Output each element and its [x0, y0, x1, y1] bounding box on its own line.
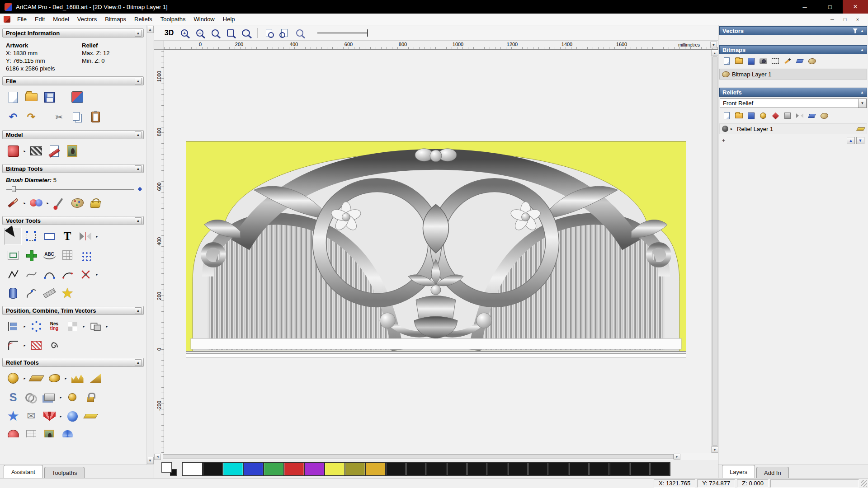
cross-hatch-icon[interactable] — [28, 337, 45, 354]
colour-picker-icon[interactable] — [51, 194, 68, 211]
flyout-arrow-icon[interactable]: ▸ — [95, 272, 99, 277]
redo-icon[interactable]: ↷ — [23, 108, 40, 126]
bitmap-layer-row[interactable]: Bitmap Layer 1 — [719, 69, 867, 80]
relief-mirror-icon[interactable] — [794, 111, 805, 121]
menu-model[interactable]: Model — [49, 14, 73, 25]
flyout-arrow-icon[interactable]: ▸ — [23, 201, 27, 205]
collapse-icon[interactable]: ▲ — [860, 90, 864, 94]
weld-vectors-icon[interactable] — [87, 318, 104, 335]
collapse-icon[interactable]: ▲ — [135, 359, 142, 366]
flyout-arrow-icon[interactable]: ▸ — [23, 343, 27, 347]
scroll-right-icon[interactable]: ► — [674, 454, 680, 460]
mdi-restore-button[interactable]: □ — [841, 17, 849, 22]
tab-assistant[interactable]: Assistant — [4, 465, 43, 478]
palette-swatch-8[interactable] — [345, 462, 365, 476]
ruler-options-icon[interactable]: ▼ — [710, 42, 717, 48]
copy-icon[interactable] — [69, 108, 86, 126]
flyout-arrow-icon[interactable]: ▸ — [23, 324, 27, 328]
relief-gold-tool-icon[interactable] — [758, 111, 769, 121]
weave-wizard-icon[interactable] — [23, 389, 40, 406]
slider-thumb[interactable] — [12, 186, 16, 192]
palette-swatch-20[interactable] — [589, 462, 609, 476]
sweep-profile-icon[interactable]: S — [5, 389, 22, 406]
flyout-arrow-icon[interactable]: ▸ — [23, 149, 27, 153]
snap-grid-icon[interactable] — [59, 247, 76, 264]
flyout-arrow-icon[interactable]: ▸ — [105, 324, 109, 328]
palette-swatch-13[interactable] — [447, 462, 467, 476]
palette-swatch-1[interactable] — [203, 462, 223, 476]
bitmaps-panel-header[interactable]: Bitmaps ▲ — [719, 45, 867, 54]
palette-swatch-21[interactable] — [609, 462, 630, 476]
relief-eraser-icon[interactable] — [807, 111, 817, 121]
relief-shape-icon[interactable] — [770, 111, 781, 121]
sculpting-line-widget[interactable] — [317, 33, 367, 33]
model-preview-icon[interactable] — [64, 142, 81, 160]
canvas-vertical-scrollbar[interactable]: ▲ ▼ — [711, 50, 718, 453]
freehand-curve-icon[interactable] — [23, 266, 40, 283]
menu-vectors[interactable]: Vectors — [73, 14, 101, 25]
zoom-objects-icon[interactable] — [224, 27, 237, 39]
offset-vectors-icon[interactable] — [5, 247, 22, 264]
palette-swatch-6[interactable] — [304, 462, 325, 476]
bitmap-camera-icon[interactable] — [758, 56, 769, 66]
expander-icon[interactable]: ▸ — [731, 127, 735, 131]
cut-icon[interactable]: ✂ — [51, 108, 68, 126]
select-vectors-icon[interactable] — [5, 228, 22, 245]
toggle-3d-view-button[interactable]: 3D — [162, 27, 176, 39]
palette-swatch-17[interactable] — [528, 462, 548, 476]
move-layer-up-icon[interactable]: ▲ — [847, 137, 855, 144]
model-lighting-icon[interactable] — [5, 142, 22, 160]
section-header-relief-tools[interactable]: Relief Tools ▲ — [2, 358, 144, 367]
brush-diameter-slider[interactable] — [6, 186, 139, 192]
canvas-2d-view[interactable] — [164, 50, 711, 453]
section-header-vector-tools[interactable]: Vector Tools ▲ — [2, 216, 144, 225]
fillet-icon[interactable] — [5, 337, 22, 354]
flood-fill-icon[interactable] — [87, 194, 104, 211]
sculpt-relief-icon[interactable] — [46, 370, 63, 387]
offset-relief-icon[interactable] — [41, 389, 58, 406]
model-wizard-icon[interactable] — [69, 89, 86, 106]
palette-swatch-23[interactable] — [650, 462, 670, 476]
move-layer-down-icon[interactable]: ▼ — [856, 137, 864, 144]
palette-swatch-10[interactable] — [386, 462, 406, 476]
section-header-file[interactable]: File ▲ — [2, 76, 144, 85]
bezier-curve-icon[interactable] — [41, 266, 58, 283]
relief-colours-icon[interactable] — [819, 111, 830, 121]
minimize-button[interactable]: ─ — [792, 0, 817, 14]
edit-nodes-icon[interactable] — [23, 285, 40, 302]
envelope-distort-icon[interactable]: ✉ — [23, 408, 40, 425]
collapse-icon[interactable]: ▲ — [135, 307, 142, 314]
zoom-out-icon[interactable]: − — [193, 27, 207, 39]
menu-reliefs[interactable]: Reliefs — [130, 14, 156, 25]
paint-brush-icon[interactable] — [5, 194, 22, 211]
vectors-panel-header[interactable]: Vectors ▲ — [719, 26, 867, 35]
zoom-selection-icon[interactable] — [293, 27, 307, 39]
palette-swatch-0[interactable] — [182, 462, 203, 476]
relief-combo[interactable]: Front Relief ▼ — [720, 99, 867, 108]
collapse-icon[interactable]: ▲ — [135, 165, 142, 172]
palette-swatch-16[interactable] — [508, 462, 528, 476]
section-header-bitmap-tools[interactable]: Bitmap Tools ▲ — [2, 164, 144, 173]
save-model-icon[interactable] — [41, 89, 58, 106]
palette-swatch-15[interactable] — [487, 462, 508, 476]
model-lightbox-icon[interactable] — [28, 142, 45, 160]
palette-swatch-9[interactable] — [365, 462, 386, 476]
section-header-model[interactable]: Model ▲ — [2, 130, 144, 139]
v-scroll-thumb[interactable] — [712, 56, 717, 446]
align-vectors-icon[interactable] — [5, 318, 22, 335]
swirl-relief-icon[interactable] — [59, 427, 76, 437]
create-rectangle-icon[interactable] — [41, 228, 58, 245]
document-icon[interactable] — [4, 16, 10, 23]
collapse-icon[interactable]: ▲ — [135, 30, 142, 37]
tab-addin[interactable]: Add In — [756, 467, 789, 478]
flyout-arrow-icon[interactable]: ▸ — [82, 324, 86, 328]
text-on-curve-icon[interactable]: ABC — [41, 247, 58, 264]
create-arc-icon[interactable] — [59, 266, 76, 283]
scroll-down-icon[interactable]: ▼ — [712, 446, 718, 453]
menu-file[interactable]: File — [13, 14, 31, 25]
palette-swatch-11[interactable] — [406, 462, 426, 476]
nesting-icon[interactable]: Nesting — [46, 318, 63, 335]
reliefs-panel-header[interactable]: Reliefs ▲ — [719, 88, 867, 97]
assistant-scrollbar[interactable]: ▲ ▼ — [146, 25, 154, 465]
palette-swatch-14[interactable] — [467, 462, 487, 476]
